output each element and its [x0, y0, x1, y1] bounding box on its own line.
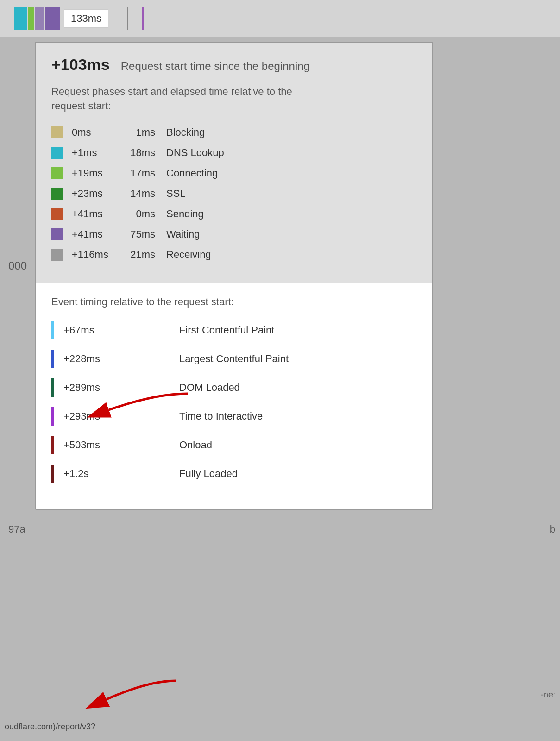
event-time-5: +1.2s	[63, 468, 124, 480]
teal-block	[14, 7, 27, 30]
phase-label-2: Connecting	[166, 167, 218, 179]
phase-color-6	[51, 249, 63, 261]
left-text-000: 000	[8, 259, 27, 272]
phase-row-2: +19ms 17ms Connecting	[51, 167, 416, 179]
phase-duration-4: 0ms	[118, 208, 155, 220]
phase-color-3	[51, 188, 63, 200]
phase-row-1: +1ms 18ms DNS Lookup	[51, 147, 416, 159]
event-row-4: +503ms Onload	[51, 436, 416, 454]
event-time-0: +67ms	[63, 324, 124, 336]
phase-label-5: Waiting	[166, 228, 200, 240]
event-line-5	[51, 465, 54, 483]
phase-duration-5: 75ms	[118, 228, 155, 240]
event-row-1: +228ms Largest Contentful Paint	[51, 350, 416, 368]
phase-rows: 0ms 1ms Blocking +1ms 18ms DNS Lookup +1…	[51, 126, 416, 261]
phase-row-0: 0ms 1ms Blocking	[51, 126, 416, 138]
tooltip-description: Request phases start and elapsed time re…	[51, 85, 416, 113]
event-label-1: Largest Contentful Paint	[179, 353, 289, 365]
event-label-3: Time to Interactive	[179, 410, 263, 422]
tooltip-lower: Event timing relative to the request sta…	[36, 283, 432, 509]
request-start-time: +103ms	[51, 56, 110, 74]
phase-duration-3: 14ms	[118, 188, 155, 200]
top-bar: 133ms	[0, 0, 560, 37]
event-time-2: +289ms	[63, 382, 124, 394]
event-time-3: +293ms	[63, 410, 124, 422]
phase-label-3: SSL	[166, 188, 186, 200]
purple-block-1	[35, 7, 44, 30]
phase-color-0	[51, 126, 63, 138]
event-line-1	[51, 350, 54, 368]
phase-row-3: +23ms 14ms SSL	[51, 188, 416, 200]
event-label-2: DOM Loaded	[179, 382, 240, 394]
event-line-3	[51, 407, 54, 426]
phase-row-5: +41ms 75ms Waiting	[51, 228, 416, 240]
phase-duration-6: 21ms	[118, 249, 155, 261]
event-time-4: +503ms	[63, 439, 124, 451]
phase-start-2: +19ms	[72, 167, 118, 179]
green-block	[28, 7, 34, 30]
phase-row-4: +41ms 0ms Sending	[51, 208, 416, 220]
phase-start-6: +116ms	[72, 249, 118, 261]
top-bar-lines	[127, 7, 144, 30]
phase-start-4: +41ms	[72, 208, 118, 220]
color-blocks	[14, 5, 60, 32]
phase-label-6: Receiving	[166, 249, 211, 261]
phase-label-1: DNS Lookup	[166, 147, 224, 159]
event-label-0: First Contentful Paint	[179, 324, 274, 336]
phase-duration-1: 18ms	[118, 147, 155, 159]
request-start-subtitle: Request start time since the beginning	[121, 60, 310, 73]
phase-duration-2: 17ms	[118, 167, 155, 179]
phase-label-0: Blocking	[166, 126, 205, 138]
phase-color-2	[51, 167, 63, 179]
phase-start-5: +41ms	[72, 228, 118, 240]
event-rows: +67ms First Contentful Paint +228ms Larg…	[51, 321, 416, 483]
event-line-0	[51, 321, 54, 339]
right-text-ne: -ne:	[541, 690, 555, 700]
bottom-url: oudflare.com)/report/v3?	[5, 722, 95, 732]
phase-start-1: +1ms	[72, 147, 118, 159]
event-line-4	[51, 436, 54, 454]
event-timing-desc: Event timing relative to the request sta…	[51, 296, 416, 308]
tooltip-popup: +103ms Request start time since the begi…	[35, 42, 433, 510]
event-row-2: +289ms DOM Loaded	[51, 378, 416, 397]
phase-row-6: +116ms 21ms Receiving	[51, 249, 416, 261]
tooltip-upper: +103ms Request start time since the begi…	[36, 43, 432, 283]
phase-color-5	[51, 228, 63, 240]
phase-start-0: 0ms	[72, 126, 118, 138]
event-row-3: +293ms Time to Interactive	[51, 407, 416, 426]
purple-block-2	[45, 7, 60, 30]
tooltip-header: +103ms Request start time since the begi…	[51, 56, 416, 74]
phase-color-1	[51, 147, 63, 159]
event-time-1: +228ms	[63, 353, 124, 365]
timing-badge: 133ms	[64, 9, 108, 28]
vertical-line-2	[142, 7, 144, 30]
phase-color-4	[51, 208, 63, 220]
event-row-5: +1.2s Fully Loaded	[51, 465, 416, 483]
phase-duration-0: 1ms	[118, 126, 155, 138]
phase-label-4: Sending	[166, 208, 204, 220]
event-line-2	[51, 378, 54, 397]
vertical-line-1	[127, 7, 128, 30]
event-label-4: Onload	[179, 439, 212, 451]
left-text-97a: 97a	[8, 523, 25, 535]
phase-start-3: +23ms	[72, 188, 118, 200]
right-text-b: b	[550, 523, 555, 535]
event-label-5: Fully Loaded	[179, 468, 238, 480]
event-row-0: +67ms First Contentful Paint	[51, 321, 416, 339]
